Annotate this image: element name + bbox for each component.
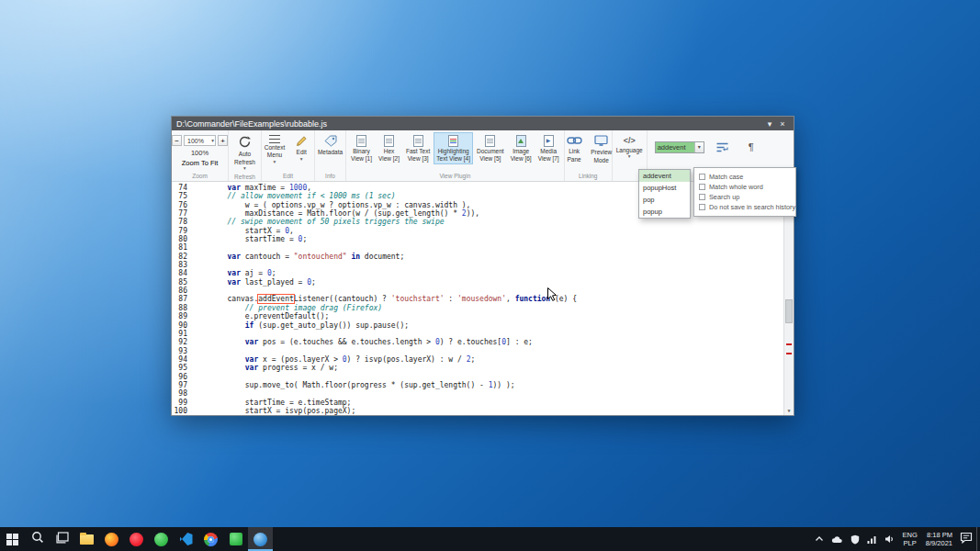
search-option-row[interactable]: Match case bbox=[699, 172, 791, 182]
auto-refresh-button[interactable]: Auto Refresh ▾ bbox=[231, 132, 258, 173]
code-text: canvas.addEventListener((cantouch) ? 'to… bbox=[192, 295, 577, 303]
link-pane-button[interactable]: Link Pane bbox=[561, 132, 587, 164]
binary-view-button[interactable]: Binary View [1] bbox=[348, 132, 375, 164]
action-center-button[interactable] bbox=[960, 531, 973, 547]
dropdown-item[interactable]: addevent bbox=[639, 170, 690, 182]
metadata-button[interactable]: Metadata bbox=[315, 132, 345, 158]
clock-time: 8:18 PM bbox=[926, 531, 952, 539]
code-text: // prevent image drag (Firefox) bbox=[192, 304, 382, 312]
search-option-row[interactable]: Search up bbox=[699, 192, 791, 202]
context-menu-button[interactable]: Context Menu ▾ bbox=[262, 132, 287, 166]
code-line: 100 startX = isvp(pos.pageX); bbox=[172, 407, 794, 415]
taskbar-item-file-explorer[interactable] bbox=[74, 527, 99, 551]
hex-view-button[interactable]: Hex View [2] bbox=[376, 132, 402, 164]
green-app-icon bbox=[230, 533, 242, 545]
media-view-icon bbox=[544, 135, 554, 147]
zoom-out-button[interactable]: − bbox=[172, 135, 182, 146]
vertical-scrollbar[interactable]: ▲ ▼ bbox=[783, 182, 794, 415]
search-option-row[interactable]: Match whole word bbox=[699, 182, 791, 192]
taskbar-item-vscode[interactable] bbox=[174, 527, 198, 551]
search-combo-dropdown-button[interactable]: ▾ bbox=[694, 142, 704, 152]
checkbox-icon[interactable] bbox=[699, 204, 705, 210]
chrome-icon bbox=[204, 533, 218, 546]
preview-mode-button[interactable]: Preview Mode bbox=[588, 132, 614, 165]
taskbar-item-chrome[interactable] bbox=[198, 527, 223, 551]
checkbox-icon[interactable] bbox=[699, 184, 705, 190]
button-label: Hex bbox=[384, 148, 395, 154]
zoom-in-button[interactable]: + bbox=[218, 135, 228, 146]
line-number: 88 bbox=[172, 304, 192, 312]
search-option-row[interactable]: Do not save in search history bbox=[699, 202, 791, 212]
button-label: Context bbox=[265, 144, 285, 151]
search-combo[interactable]: addevent ▾ bbox=[655, 141, 704, 153]
close-button[interactable]: × bbox=[776, 119, 789, 129]
rollup-button[interactable]: ▾ bbox=[763, 119, 776, 129]
dropdown-item[interactable]: popup bbox=[639, 206, 690, 218]
line-number: 97 bbox=[172, 381, 192, 389]
dropdown-item[interactable]: popupHost bbox=[639, 182, 690, 194]
dropdown-item[interactable]: pop bbox=[639, 194, 690, 206]
paragraph-mark-icon: ¶ bbox=[749, 141, 754, 152]
taskbar-item-opera[interactable] bbox=[124, 527, 149, 551]
highlighting-text-view-button[interactable]: Highlighting Text View [4] bbox=[434, 132, 473, 164]
onedrive-cloud-icon[interactable] bbox=[831, 535, 843, 544]
taskbar-item-chromium-active[interactable] bbox=[248, 527, 273, 551]
button-label: Text View [4] bbox=[436, 155, 470, 162]
volume-icon[interactable] bbox=[884, 534, 895, 544]
code-view[interactable]: 74 var maxTime = 1000,75 // allow moveme… bbox=[172, 182, 794, 415]
file-explorer-icon bbox=[80, 534, 94, 545]
code-text: var aj = 0; bbox=[192, 269, 276, 277]
linking-group: Link Pane Preview Mode Linking bbox=[565, 130, 613, 181]
image-view-icon bbox=[516, 135, 526, 147]
language-line1: ENG bbox=[903, 531, 918, 539]
zoom-to-fit-button[interactable]: Zoom To Fit bbox=[182, 159, 218, 167]
group-label-info: Info bbox=[325, 172, 335, 181]
search-input-value[interactable]: addevent bbox=[656, 142, 694, 152]
language-button[interactable]: </> Language ▾ bbox=[614, 132, 646, 162]
wrap-lines-button[interactable] bbox=[715, 141, 729, 156]
edit-buttons-row: Context Menu ▾ Edit ▾ bbox=[262, 132, 314, 166]
zoom-percent-label: 100% bbox=[191, 149, 208, 157]
taskbar-item-utorrent-green-app[interactable] bbox=[149, 527, 174, 551]
link-chain-icon bbox=[567, 135, 582, 147]
taskbar-item-sharex-green-app[interactable] bbox=[223, 527, 248, 551]
search-button[interactable] bbox=[25, 527, 50, 551]
taskbar-item-firefox[interactable] bbox=[99, 527, 124, 551]
code-line: 89 e.preventDefault(); bbox=[172, 312, 794, 320]
chevron-down-icon: ▾ bbox=[211, 138, 214, 143]
chevron-down-icon: ▾ bbox=[300, 157, 303, 163]
show-desktop-strip[interactable] bbox=[976, 527, 980, 551]
code-text: // allow movement if < 1000 ms (1 sec) bbox=[192, 192, 396, 200]
button-label: Language bbox=[616, 147, 643, 153]
code-lines: 74 var maxTime = 1000,75 // allow moveme… bbox=[172, 184, 794, 415]
fast-text-view-button[interactable]: Fast Text View [3] bbox=[403, 132, 433, 164]
task-view-button[interactable] bbox=[50, 527, 74, 551]
scrollbar-down-arrow[interactable]: ▼ bbox=[784, 406, 794, 415]
start-button[interactable] bbox=[0, 527, 25, 551]
network-icon[interactable] bbox=[867, 535, 877, 544]
code-line: 90 if (sup.get_auto_play()) sup.pause(); bbox=[172, 321, 794, 330]
checkbox-icon[interactable] bbox=[699, 174, 705, 180]
zoom-level-combo[interactable]: 100% ▾ bbox=[184, 135, 216, 146]
hidden-icons-chevron[interactable] bbox=[815, 535, 824, 543]
image-view-button[interactable]: Image View [6] bbox=[508, 132, 535, 164]
search-options-panel: Match case Match whole word Search up Do… bbox=[693, 167, 796, 217]
hex-view-icon bbox=[384, 135, 394, 147]
checkbox-icon[interactable] bbox=[699, 194, 705, 200]
button-label: Fast Text bbox=[406, 148, 430, 154]
taskbar-clock[interactable]: 8:18 PM 8/9/2021 bbox=[926, 531, 952, 548]
security-shield-icon[interactable] bbox=[850, 534, 860, 545]
media-view-button[interactable]: Media View [7] bbox=[535, 132, 562, 164]
window-titlebar[interactable]: D:\Commander\FileExamples\rubbable.js ▾ … bbox=[172, 117, 794, 130]
document-view-button[interactable]: Document View [5] bbox=[474, 132, 507, 164]
code-text: // swipe movement of 50 pixels triggers … bbox=[192, 218, 445, 226]
code-line: 81 bbox=[172, 243, 794, 252]
button-label: View [3] bbox=[408, 155, 429, 162]
edit-button[interactable]: Edit ▾ bbox=[288, 132, 314, 163]
paragraph-marks-button[interactable]: ¶ bbox=[749, 141, 754, 153]
scrollbar-thumb[interactable] bbox=[785, 299, 793, 323]
line-number: 78 bbox=[172, 218, 192, 226]
option-label: Match whole word bbox=[709, 183, 763, 191]
line-number: 74 bbox=[172, 184, 192, 192]
language-indicator[interactable]: ENG PLP bbox=[903, 531, 918, 548]
